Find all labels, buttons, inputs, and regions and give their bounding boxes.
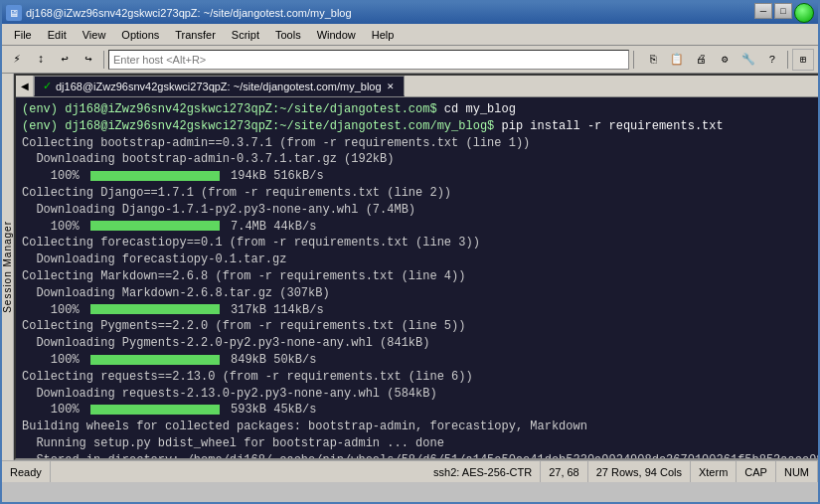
app-icon: 🖥 bbox=[6, 5, 22, 21]
terminal-tab-1[interactable]: ✓ dj168@iZwz96snv42gskwci273qpZ: ~/site/… bbox=[34, 76, 405, 96]
terminal-container: ◀ ✓ dj168@iZwz96snv42gskwci273qpZ: ~/sit… bbox=[14, 74, 820, 460]
toolbar-print-btn[interactable]: 🖨 bbox=[690, 49, 712, 71]
close-button[interactable] bbox=[794, 3, 814, 23]
term-line-11: Downloading Markdown-2.6.8.tar.gz (307kB… bbox=[22, 285, 820, 302]
toolbar-btn-2[interactable]: ↕ bbox=[30, 49, 52, 71]
term-line-16: Collecting requests==2.13.0 (from -r req… bbox=[22, 369, 820, 386]
toolbar-sep-2 bbox=[633, 51, 634, 69]
maximize-button[interactable]: □ bbox=[774, 3, 792, 19]
term-line-14: Downloading Pygments-2.2.0-py2.py3-none-… bbox=[22, 335, 820, 352]
title-bar: 🖥 dj168@iZwz96snv42gskwci273qpZ: ~/site/… bbox=[2, 2, 818, 24]
toolbar-help-btn[interactable]: ? bbox=[761, 49, 783, 71]
menu-options[interactable]: Options bbox=[113, 27, 167, 43]
toolbar-expand-btn[interactable]: ⊞ bbox=[792, 49, 814, 71]
toolbar-paste-btn[interactable]: 📋 bbox=[666, 49, 688, 71]
terminal-output[interactable]: (env) dj168@iZwz96snv42gskwci273qpZ:~/si… bbox=[16, 97, 820, 458]
term-line-6: Downloading Django-1.7.1-py2.py3-none-an… bbox=[22, 202, 820, 219]
tab-close-button[interactable]: ✕ bbox=[386, 82, 396, 91]
window-frame: 🖥 dj168@iZwz96snv42gskwci273qpZ: ~/site/… bbox=[0, 0, 820, 504]
status-caps: CAP bbox=[737, 461, 776, 482]
term-line-2: Collecting bootstrap-admin==0.3.7.1 (fro… bbox=[22, 135, 820, 152]
term-line-18: 100% 593kB 45kB/s bbox=[22, 402, 820, 419]
term-line-0: (env) dj168@iZwz96snv42gskwci273qpZ:~/si… bbox=[22, 101, 820, 118]
toolbar-undo[interactable]: ↩ bbox=[54, 49, 76, 71]
menu-view[interactable]: View bbox=[75, 27, 114, 43]
main-area: Session Manager ◀ ✓ dj168@iZwz96snv42gsk… bbox=[2, 74, 818, 460]
term-line-7: 100% 7.4MB 44kB/s bbox=[22, 219, 820, 236]
session-manager-tab[interactable]: Session Manager bbox=[2, 74, 14, 460]
term-line-3: Downloading bootstrap-admin-0.3.7.1.tar.… bbox=[22, 151, 820, 168]
status-terminal-type: Xterm bbox=[691, 461, 737, 482]
term-line-4: 100% 194kB 516kB/s bbox=[22, 168, 820, 185]
toolbar-right-buttons: ⎘ 📋 🖨 ⚙ 🔧 ? bbox=[642, 49, 783, 71]
menu-transfer[interactable]: Transfer bbox=[167, 27, 224, 43]
toolbar-redo[interactable]: ↪ bbox=[78, 49, 99, 71]
toolbar: ⚡ ↕ ↩ ↪ ⎘ 📋 🖨 ⚙ 🔧 ? ⊞ bbox=[2, 46, 818, 74]
tab-bar: ◀ ✓ dj168@iZwz96snv42gskwci273qpZ: ~/sit… bbox=[16, 76, 820, 97]
menu-bar: File Edit View Options Transfer Script T… bbox=[2, 24, 818, 46]
toolbar-settings-btn[interactable]: ⚙ bbox=[714, 49, 736, 71]
tab-check-icon: ✓ bbox=[43, 80, 52, 92]
menu-edit[interactable]: Edit bbox=[40, 27, 75, 43]
tab-title: dj168@iZwz96snv42gskwci273qpZ: ~/site/dj… bbox=[56, 81, 382, 92]
status-position: 27, 68 bbox=[541, 461, 588, 482]
toolbar-tools-btn[interactable]: 🔧 bbox=[738, 49, 759, 71]
menu-help[interactable]: Help bbox=[364, 27, 403, 43]
term-line-20: Running setup.py bdist_wheel for bootstr… bbox=[22, 435, 820, 452]
term-line-17: Downloading requests-2.13.0-py2.py3-none… bbox=[22, 386, 820, 403]
menu-file[interactable]: File bbox=[6, 27, 40, 43]
term-line-5: Collecting Django==1.7.1 (from -r requir… bbox=[22, 185, 820, 202]
host-input[interactable] bbox=[108, 50, 629, 70]
terminal-body: (env) dj168@iZwz96snv42gskwci273qpZ:~/si… bbox=[16, 97, 820, 458]
term-line-13: Collecting Pygments==2.2.0 (from -r requ… bbox=[22, 318, 820, 335]
term-line-19: Building wheels for collected packages: … bbox=[22, 419, 820, 435]
menu-script[interactable]: Script bbox=[224, 27, 267, 43]
term-line-10: Collecting Markdown==2.6.8 (from -r requ… bbox=[22, 268, 820, 285]
term-line-12: 100% 317kB 114kB/s bbox=[22, 302, 820, 319]
status-num: NUM bbox=[776, 461, 818, 482]
term-line-21: Stored in directory: /home/dj168/.cache/… bbox=[22, 452, 820, 458]
window-title: dj168@iZwz96snv42gskwci273qpZ: ~/site/dj… bbox=[26, 7, 352, 19]
toolbar-sep-3 bbox=[787, 51, 788, 69]
menu-tools[interactable]: Tools bbox=[267, 27, 309, 43]
minimize-button[interactable]: ─ bbox=[754, 3, 772, 19]
status-ssh: ssh2: AES-256-CTR bbox=[425, 461, 541, 482]
tab-nav-left[interactable]: ◀ bbox=[16, 76, 34, 96]
title-bar-buttons: ─ □ bbox=[754, 3, 814, 23]
status-bar: Ready ssh2: AES-256-CTR 27, 68 27 Rows, … bbox=[2, 460, 818, 482]
status-dimensions: 27 Rows, 94 Cols bbox=[588, 461, 691, 482]
toolbar-btn-1[interactable]: ⚡ bbox=[6, 49, 28, 71]
menu-window[interactable]: Window bbox=[309, 27, 364, 43]
term-line-15: 100% 849kB 50kB/s bbox=[22, 352, 820, 369]
title-bar-left: 🖥 dj168@iZwz96snv42gskwci273qpZ: ~/site/… bbox=[6, 5, 352, 21]
toolbar-sep-1 bbox=[103, 51, 104, 69]
term-line-9: Downloading forecastiopy-0.1.tar.gz bbox=[22, 252, 820, 268]
status-ready: Ready bbox=[2, 461, 51, 482]
session-manager-label: Session Manager bbox=[2, 221, 13, 313]
term-line-8: Collecting forecastiopy==0.1 (from -r re… bbox=[22, 235, 820, 252]
toolbar-copy-btn[interactable]: ⎘ bbox=[642, 49, 664, 71]
term-line-1: (env) dj168@iZwz96snv42gskwci273qpZ:~/si… bbox=[22, 118, 820, 135]
